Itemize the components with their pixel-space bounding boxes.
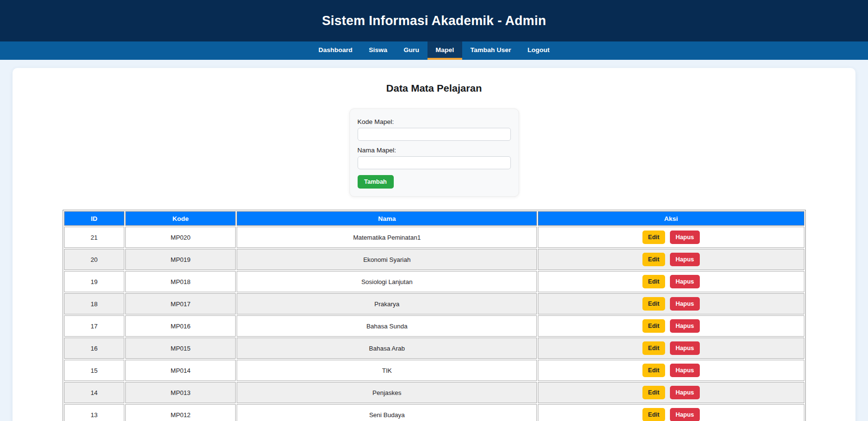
cell-id: 18 (64, 293, 124, 314)
nav-item-label: Logout (528, 46, 550, 54)
cell-nama: TIK (237, 360, 537, 381)
table-row: 13 MP012 Seni Budaya Edit Hapus (64, 404, 804, 421)
cell-kode: MP015 (125, 338, 236, 359)
nama-mapel-input[interactable] (358, 156, 511, 169)
cell-aksi: Edit Hapus (538, 293, 804, 314)
kode-mapel-input[interactable] (358, 128, 511, 141)
table-header-row: ID Kode Nama Aksi (64, 211, 804, 226)
table-row: 16 MP015 Bahasa Arab Edit Hapus (64, 338, 804, 359)
hapus-button[interactable]: Hapus (670, 364, 700, 377)
cell-aksi: Edit Hapus (538, 360, 804, 381)
cell-id: 17 (64, 315, 124, 337)
edit-button[interactable]: Edit (642, 253, 666, 266)
edit-button[interactable]: Edit (642, 231, 666, 244)
add-mapel-form: Kode Mapel: Nama Mapel: Tambah (349, 109, 519, 197)
nav-item-mapel[interactable]: Mapel (427, 41, 462, 60)
cell-id: 15 (64, 360, 124, 381)
cell-id: 13 (64, 404, 124, 421)
mapel-table-wrap: ID Kode Nama Aksi 21 MP020 Matematika Pe… (63, 210, 806, 421)
cell-nama: Bahasa Sunda (237, 315, 537, 337)
form-field-kode: Kode Mapel: (358, 118, 511, 147)
cell-kode: MP019 (125, 249, 236, 270)
hapus-button[interactable]: Hapus (670, 253, 700, 266)
cell-kode: MP016 (125, 315, 236, 337)
form-field-nama: Nama Mapel: (358, 147, 511, 175)
cell-nama: Penjaskes (237, 382, 537, 403)
edit-button[interactable]: Edit (642, 364, 666, 377)
cell-aksi: Edit Hapus (538, 227, 804, 248)
cell-kode: MP017 (125, 293, 236, 314)
cell-kode: MP013 (125, 382, 236, 403)
cell-nama: Seni Budaya (237, 404, 537, 421)
table-row: 17 MP016 Bahasa Sunda Edit Hapus (64, 315, 804, 337)
nav-item-label: Guru (404, 46, 419, 54)
nav-item-label: Dashboard (319, 46, 353, 54)
edit-button[interactable]: Edit (642, 386, 666, 399)
cell-nama: Bahasa Arab (237, 338, 537, 359)
hapus-button[interactable]: Hapus (670, 386, 700, 399)
table-row: 14 MP013 Penjaskes Edit Hapus (64, 382, 804, 403)
cell-id: 14 (64, 382, 124, 403)
hapus-button[interactable]: Hapus (670, 231, 700, 244)
tambah-button[interactable]: Tambah (358, 175, 394, 189)
cell-aksi: Edit Hapus (538, 315, 804, 337)
cell-id: 19 (64, 271, 124, 292)
cell-aksi: Edit Hapus (538, 249, 804, 270)
mapel-table-body: 21 MP020 Matematika Peminatan1 Edit Hapu… (64, 227, 804, 421)
cell-kode: MP018 (125, 271, 236, 292)
table-row: 21 MP020 Matematika Peminatan1 Edit Hapu… (64, 227, 804, 248)
cell-kode: MP014 (125, 360, 236, 381)
edit-button[interactable]: Edit (642, 341, 666, 355)
cell-kode: MP020 (125, 227, 236, 248)
header-kode: Kode (125, 211, 236, 226)
cell-nama: Ekonomi Syariah (237, 249, 537, 270)
edit-button[interactable]: Edit (642, 275, 666, 288)
nav-item-label: Mapel (436, 46, 454, 54)
page-title: Sistem Informasi Akademik - Admin (322, 14, 546, 28)
header-aksi: Aksi (538, 211, 804, 226)
nav-item-siswa[interactable]: Siswa (361, 41, 395, 60)
table-row: 15 MP014 TIK Edit Hapus (64, 360, 804, 381)
cell-aksi: Edit Hapus (538, 404, 804, 421)
nav-item-tambah-user[interactable]: Tambah User (462, 41, 520, 60)
mapel-table: ID Kode Nama Aksi 21 MP020 Matematika Pe… (63, 210, 806, 421)
edit-button[interactable]: Edit (642, 319, 666, 333)
app-header: Sistem Informasi Akademik - Admin (0, 0, 868, 41)
hapus-button[interactable]: Hapus (670, 341, 700, 355)
table-row: 19 MP018 Sosiologi Lanjutan Edit Hapus (64, 271, 804, 292)
nav-item-logout[interactable]: Logout (520, 41, 558, 60)
nav-item-label: Tambah User (470, 46, 511, 54)
cell-id: 16 (64, 338, 124, 359)
nav-item-dashboard[interactable]: Dashboard (310, 41, 361, 60)
hapus-button[interactable]: Hapus (670, 297, 700, 311)
cell-nama: Sosiologi Lanjutan (237, 271, 537, 292)
cell-id: 20 (64, 249, 124, 270)
kode-mapel-label: Kode Mapel: (358, 118, 511, 125)
cell-aksi: Edit Hapus (538, 338, 804, 359)
cell-kode: MP012 (125, 404, 236, 421)
main-nav: Dashboard Siswa Guru Mapel Tambah User L… (0, 41, 868, 60)
cell-nama: Prakarya (237, 293, 537, 314)
nav-item-guru[interactable]: Guru (396, 41, 427, 60)
hapus-button[interactable]: Hapus (670, 275, 700, 288)
cell-aksi: Edit Hapus (538, 271, 804, 292)
section-heading: Data Mata Pelajaran (13, 82, 855, 94)
header-id: ID (64, 211, 124, 226)
table-row: 18 MP017 Prakarya Edit Hapus (64, 293, 804, 314)
content-card: Data Mata Pelajaran Kode Mapel: Nama Map… (13, 68, 855, 421)
header-nama: Nama (237, 211, 537, 226)
table-row: 20 MP019 Ekonomi Syariah Edit Hapus (64, 249, 804, 270)
nama-mapel-label: Nama Mapel: (358, 147, 511, 154)
edit-button[interactable]: Edit (642, 297, 666, 311)
cell-nama: Matematika Peminatan1 (237, 227, 537, 248)
cell-id: 21 (64, 227, 124, 248)
edit-button[interactable]: Edit (642, 408, 666, 421)
cell-aksi: Edit Hapus (538, 382, 804, 403)
nav-item-label: Siswa (369, 46, 387, 54)
hapus-button[interactable]: Hapus (670, 408, 700, 421)
hapus-button[interactable]: Hapus (670, 319, 700, 333)
